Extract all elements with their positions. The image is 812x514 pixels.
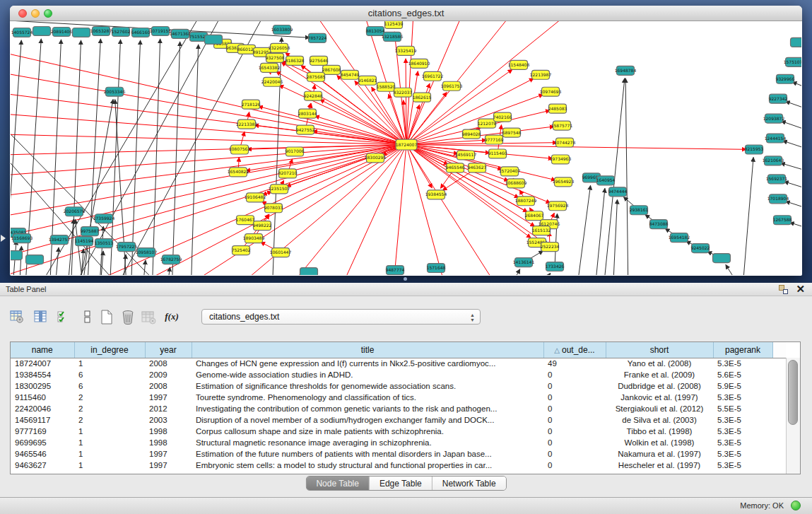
cell-pagerank[interactable]: 5.9E-5 [713,380,772,392]
table-selector-dropdown[interactable]: citations_edges.txt ▲▼ [201,309,481,325]
graph-node[interactable]: 19734963 [550,155,572,164]
cell-short[interactable]: Hescheler et al. (1997) [606,460,713,471]
graph-node[interactable]: 9329966 [776,74,795,83]
graph-node[interactable]: 9146821 [358,76,377,85]
network-graph-canvas[interactable]: 1872400718300295766382296382218660128891… [11,21,801,275]
table-row[interactable]: 1938455462009Genome-wide association stu… [11,369,786,380]
graph-node[interactable]: 14136141 [513,258,535,267]
cell-in_degree[interactable]: 6 [74,380,145,392]
cell-year[interactable]: 1998 [145,437,192,448]
cell-pagerank[interactable]: 5.3E-5 [713,414,772,426]
graph-node[interactable]: 1125439 [384,21,404,28]
cell-name[interactable]: 9777169 [11,426,74,437]
graph-node[interactable]: 13218586 [382,32,404,41]
graph-node[interactable]: 19654923 [553,177,575,187]
cell-title[interactable]: Tourette syndrome. Phenomenology and cla… [192,392,543,403]
graph-node[interactable]: 12444154 [765,134,787,143]
delete-table-button[interactable] [140,308,157,325]
cell-in_degree[interactable]: 1 [74,460,145,471]
cell-year[interactable]: 2012 [145,403,192,414]
cell-name[interactable]: 14569117 [11,414,74,426]
graph-node[interactable]: 10958107 [136,248,158,257]
graph-node[interactable]: 13942757 [49,235,71,245]
graph-node[interactable]: 1862615 [413,93,432,102]
graph-node[interactable]: 2684067 [525,211,544,221]
cell-short[interactable]: Yano et al. (2008) [606,358,713,369]
graph-node[interactable]: 9465546 [446,163,465,173]
graph-node[interactable]: 1640954 [596,176,616,185]
cell-short[interactable]: Jankovic et al. (1997) [606,392,713,403]
graph-node[interactable]: 1588520 [377,82,396,91]
graph-node[interactable]: 9275646 [310,56,329,65]
tab-network-table[interactable]: Network Table [433,477,506,490]
cell-name[interactable]: 9465546 [11,448,74,460]
graph-node[interactable]: 2522234 [541,243,560,252]
tab-node-table[interactable]: Node Table [306,477,370,490]
graph-node[interactable]: 9487774 [386,266,405,275]
graph-node[interactable]: 1527602 [112,27,131,36]
select-columns-button[interactable] [55,308,72,325]
cell-out_degree[interactable]: 0 [543,414,606,426]
graph-node[interactable]: 1267588 [773,216,792,225]
graph-node[interactable]: 9327508 [266,53,285,62]
cell-out_degree[interactable]: 0 [543,448,606,460]
graph-node[interactable]: 20053346 [104,87,126,96]
column-header-year[interactable]: year [145,342,192,358]
citation-network-graph[interactable]: 1872400718300295766382296382218660128891… [11,21,801,275]
graph-node[interactable]: 10653287 [90,26,112,35]
cell-name[interactable]: 9463627 [11,460,74,471]
graph-node[interactable] [205,35,223,44]
cell-in_degree[interactable]: 1 [74,437,145,448]
graph-node[interactable]: 23226058 [269,43,290,52]
cell-in_degree[interactable]: 1 [74,426,145,437]
graph-node[interactable]: 8322037 [394,88,413,97]
graph-node[interactable]: 9017006 [286,147,305,156]
graph-node[interactable] [33,26,51,35]
graph-node[interactable] [73,28,90,37]
graph-node[interactable]: 9498222 [253,221,272,230]
graph-node[interactable]: 12093872 [763,114,785,123]
cell-short[interactable]: Dudbridge et al. (2008) [606,380,713,392]
graph-node[interactable]: 2867608 [322,65,341,74]
graph-node[interactable]: 2803144 [298,109,317,118]
graph-node[interactable]: 11568693 [11,234,33,243]
column-header-out_degree[interactable]: △out_de... [543,342,606,358]
cell-name[interactable]: 18724007 [11,358,74,369]
cell-year[interactable]: 1998 [145,426,192,437]
graph-node[interactable]: 22420046 [261,77,283,86]
table-row[interactable]: 2242004622012Investigating the contribut… [11,403,786,414]
graph-node[interactable]: 2718126 [242,100,261,109]
graph-node[interactable] [26,255,44,264]
cell-title[interactable]: Corpus callosum shape and size in male p… [192,426,543,437]
graph-node[interactable]: 15692371 [766,175,788,184]
table-scrollbar[interactable] [786,358,800,474]
cell-name[interactable]: 9115460 [11,392,74,403]
graph-node[interactable]: 1733426 [546,262,565,271]
cell-title[interactable]: Embryonic stem cells: a model to study s… [192,460,543,471]
cell-out_degree[interactable]: 0 [543,437,606,448]
graph-node[interactable]: 16961722 [422,71,444,81]
graph-node[interactable]: 15720407 [499,167,521,176]
graph-node[interactable]: 7402166 [493,112,512,122]
cell-name[interactable]: 19384554 [11,369,74,380]
cell-pagerank[interactable]: 5.3E-5 [713,426,772,437]
create-column-button[interactable] [98,308,114,325]
cell-year[interactable]: 1997 [145,448,192,460]
graph-node[interactable]: 14569117 [455,151,477,160]
graph-node[interactable]: 9975887 [81,227,100,236]
cell-title[interactable]: Estimation of significance thresholds fo… [192,380,543,392]
cell-pagerank[interactable]: 5.6E-5 [713,369,772,380]
function-builder-button[interactable]: f(x) [161,308,182,325]
delete-column-button[interactable] [119,308,136,325]
cell-pagerank[interactable]: 5.3E-5 [713,437,772,448]
table-mode-button[interactable] [8,308,25,325]
cell-pagerank[interactable]: 5.3E-5 [713,460,772,471]
cell-pagerank[interactable]: 5.3E-5 [713,392,772,403]
show-column-button[interactable] [33,308,49,325]
column-header-in_degree[interactable]: in_degree [74,342,145,358]
graph-node[interactable]: 2875685 [307,72,326,81]
cell-in_degree[interactable]: 2 [74,392,145,403]
cell-out_degree[interactable]: 0 [543,369,606,380]
graph-node[interactable]: 11548408 [508,60,530,69]
graph-node[interactable]: 8186328 [286,56,305,65]
